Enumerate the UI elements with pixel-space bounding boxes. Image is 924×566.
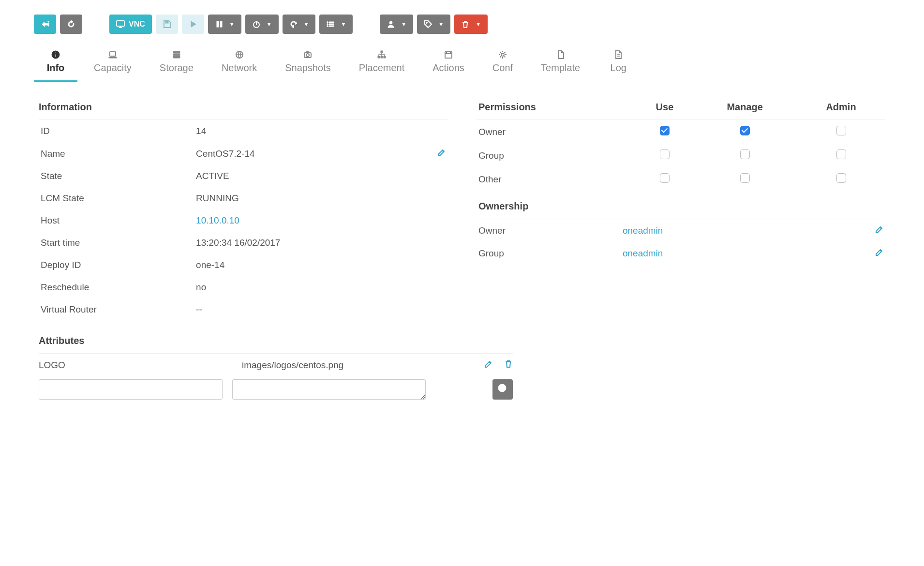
info-label: ID: [39, 120, 194, 142]
delete-attribute-button[interactable]: [504, 359, 513, 371]
perm-group-admin-checkbox[interactable]: [836, 149, 846, 159]
reboot-menu-button[interactable]: ▼: [283, 15, 316, 34]
information-table: ID 14 Name CentOS7.2-14 State ACTIVE LCM…: [39, 120, 447, 321]
add-attribute-button[interactable]: [492, 379, 513, 400]
refresh-icon: [67, 20, 75, 29]
info-label: State: [39, 165, 194, 187]
globe-icon: [235, 50, 244, 60]
info-row-lcm: LCM State RUNNING: [39, 187, 447, 209]
edit-group-button[interactable]: [875, 248, 883, 259]
ownership-row-owner: Owner oneadmin: [477, 219, 885, 242]
vnc-label: VNC: [129, 20, 145, 29]
tab-log[interactable]: Log: [596, 45, 640, 82]
edit-attribute-button[interactable]: [484, 359, 492, 371]
perm-owner-manage-checkbox[interactable]: [740, 126, 750, 135]
tab-actions[interactable]: Actions: [421, 45, 476, 82]
vm-tabs: Info Capacity Storage Network Snapshots …: [19, 45, 905, 82]
chevron-down-icon: ▼: [267, 21, 272, 27]
info-row-deployid: Deploy ID one-14: [39, 254, 447, 276]
permissions-title: Permissions: [477, 97, 637, 120]
perm-group-manage-checkbox[interactable]: [740, 149, 750, 159]
perm-other-admin-checkbox[interactable]: [836, 173, 846, 183]
tag-icon: [424, 20, 432, 29]
info-label: Deploy ID: [39, 254, 194, 276]
information-title: Information: [39, 97, 447, 120]
camera-icon: [303, 50, 312, 60]
attribute-value: images/logos/centos.png: [242, 360, 460, 371]
tab-conf[interactable]: Conf: [481, 45, 524, 82]
perm-owner-admin-checkbox[interactable]: [836, 126, 846, 135]
monitor-icon: [116, 20, 125, 29]
perm-other-use-checkbox[interactable]: [660, 173, 670, 183]
filetext-icon: [614, 50, 623, 60]
tab-label: Placement: [359, 62, 405, 74]
refresh-button[interactable]: [60, 15, 82, 34]
play-icon: [189, 20, 197, 29]
power-menu-button[interactable]: ▼: [245, 15, 279, 34]
pause-icon: [215, 20, 224, 29]
save-template-button[interactable]: [156, 15, 178, 34]
ownership-group-link[interactable]: oneadmin: [623, 248, 663, 258]
laptop-icon: [108, 50, 117, 60]
chevron-down-icon: ▼: [476, 21, 481, 27]
perm-label: Other: [477, 167, 637, 191]
new-attribute-value-input[interactable]: [232, 379, 426, 400]
chevron-down-icon: ▼: [229, 21, 235, 27]
info-row-starttime: Start time 13:20:34 16/02/2017: [39, 232, 447, 254]
delete-menu-button[interactable]: ▼: [454, 15, 488, 34]
user-icon: [387, 20, 395, 29]
deploy-menu-button[interactable]: ▼: [319, 15, 353, 34]
ownership-title: Ownership: [477, 194, 885, 219]
tab-placement[interactable]: Placement: [347, 45, 417, 82]
tab-capacity[interactable]: Capacity: [82, 45, 143, 82]
owner-menu-button[interactable]: ▼: [380, 15, 413, 34]
server-icon: [172, 50, 181, 60]
back-to-list-button[interactable]: [34, 15, 56, 34]
ownership-owner-link[interactable]: oneadmin: [623, 225, 663, 236]
perm-col-manage: Manage: [693, 97, 797, 120]
info-icon: [51, 50, 60, 60]
tab-label: Info: [47, 62, 65, 74]
plus-icon: [498, 385, 507, 395]
tab-template[interactable]: Template: [529, 45, 592, 82]
pause-menu-button[interactable]: ▼: [208, 15, 241, 34]
new-attribute-row: [39, 376, 513, 409]
tab-info[interactable]: Info: [34, 45, 77, 82]
new-attribute-key-input[interactable]: [39, 379, 223, 400]
info-value: 13:20:34 16/02/2017: [194, 232, 416, 254]
tab-label: Snapshots: [285, 62, 331, 74]
perm-group-use-checkbox[interactable]: [660, 149, 670, 159]
play-button[interactable]: [182, 15, 204, 34]
perm-other-manage-checkbox[interactable]: [740, 173, 750, 183]
info-label: Start time: [39, 232, 194, 254]
file-icon: [556, 50, 565, 60]
tab-snapshots[interactable]: Snapshots: [273, 45, 343, 82]
host-link[interactable]: 10.10.0.10: [196, 215, 239, 225]
vnc-button[interactable]: VNC: [109, 15, 152, 34]
power-icon: [252, 20, 261, 29]
info-value: no: [194, 276, 416, 298]
perm-owner-use-checkbox[interactable]: [660, 126, 670, 135]
label-menu-button[interactable]: ▼: [417, 15, 450, 34]
perm-row-other: Other: [477, 167, 885, 191]
tab-label: Capacity: [94, 62, 132, 74]
edit-name-button[interactable]: [437, 148, 446, 159]
save-icon: [163, 20, 171, 29]
tab-label: Storage: [160, 62, 194, 74]
attribute-row: LOGO images/logos/centos.png: [39, 354, 513, 376]
info-row-vrouter: Virtual Router --: [39, 298, 447, 321]
perm-label: Owner: [477, 120, 637, 144]
chevron-down-icon: ▼: [438, 21, 444, 27]
tab-storage[interactable]: Storage: [148, 45, 205, 82]
info-row-state: State ACTIVE: [39, 165, 447, 187]
info-panel: Information ID 14 Name CentOS7.2-14 Stat…: [19, 82, 905, 326]
info-value: RUNNING: [194, 187, 416, 209]
tab-network[interactable]: Network: [210, 45, 268, 82]
ownership-table: Ownership Owner oneadmin Group oneadmin: [477, 194, 885, 265]
info-label: Host: [39, 209, 194, 232]
info-row-host: Host 10.10.0.10: [39, 209, 447, 232]
tab-label: Actions: [432, 62, 464, 74]
permissions-column: Permissions Use Manage Admin Owner Group…: [477, 97, 885, 321]
perm-label: Group: [477, 144, 637, 167]
edit-owner-button[interactable]: [875, 225, 883, 236]
